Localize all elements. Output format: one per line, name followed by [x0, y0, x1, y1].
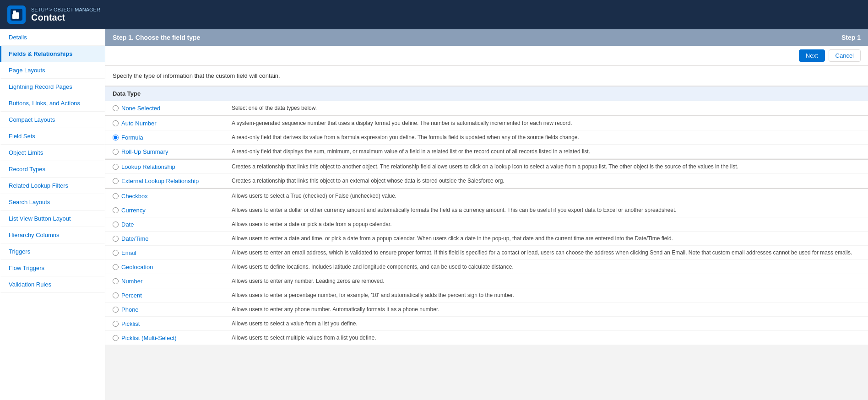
- data-type-left-percent: Percent: [113, 291, 232, 299]
- radio-auto-number[interactable]: [113, 120, 119, 126]
- desc-email: Allows users to enter an email address, …: [232, 249, 861, 257]
- breadcrumb: SETUP > OBJECT MANAGER: [31, 7, 100, 12]
- desc-checkbox: Allows users to select a True (checked) …: [232, 192, 861, 200]
- data-type-row-roll-up-summary: Roll-Up SummaryA read-only field that di…: [105, 145, 868, 159]
- desc-phone: Allows users to enter any phone number. …: [232, 305, 861, 314]
- radio-roll-up-summary[interactable]: [113, 149, 119, 155]
- desc-lookup-relationship: Creates a relationship that links this o…: [232, 162, 861, 171]
- radio-lookup-relationship[interactable]: [113, 164, 119, 170]
- sidebar-item-hierarchy-columns[interactable]: Hierarchy Columns: [0, 227, 105, 243]
- link-picklist-multi-select[interactable]: Picklist (Multi-Select): [121, 335, 177, 341]
- app-header: SETUP > OBJECT MANAGER Contact: [0, 0, 868, 29]
- desc-external-lookup-relationship: Creates a relationship that links this o…: [232, 177, 861, 185]
- radio-external-lookup-relationship[interactable]: [113, 178, 119, 184]
- link-email[interactable]: Email: [121, 249, 136, 256]
- sidebar-item-fields-relationships[interactable]: Fields & Relationships: [0, 46, 105, 62]
- sidebar-item-compact-layouts[interactable]: Compact Layouts: [0, 112, 105, 128]
- radio-picklist-multi-select[interactable]: [113, 335, 119, 341]
- desc-auto-number: A system-generated sequence number that …: [232, 119, 861, 127]
- data-type-left-formula: Formula: [113, 133, 232, 141]
- link-auto-number[interactable]: Auto Number: [121, 120, 157, 127]
- cancel-button[interactable]: Cancel: [829, 49, 861, 62]
- sidebar-item-page-layouts[interactable]: Page Layouts: [0, 62, 105, 79]
- link-currency[interactable]: Currency: [121, 207, 146, 214]
- radio-currency[interactable]: [113, 207, 119, 213]
- data-type-left-checkbox: Checkbox: [113, 192, 232, 200]
- link-external-lookup-relationship[interactable]: External Lookup Relationship: [121, 178, 199, 184]
- radio-date[interactable]: [113, 222, 119, 227]
- main-content: Step 1. Choose the field type Step 1 Nex…: [105, 29, 868, 400]
- data-type-left-date: Date: [113, 220, 232, 228]
- sidebar-item-buttons-links-actions[interactable]: Buttons, Links, and Actions: [0, 95, 105, 112]
- next-button[interactable]: Next: [799, 49, 825, 62]
- sidebar-item-related-lookup-filters[interactable]: Related Lookup Filters: [0, 178, 105, 194]
- data-type-row-number: NumberAllows users to enter any number. …: [105, 274, 868, 288]
- svg-rect-3: [13, 11, 16, 19]
- radio-checkbox[interactable]: [113, 193, 119, 199]
- app-logo: [7, 5, 26, 24]
- radio-email[interactable]: [113, 250, 119, 256]
- sidebar-item-validation-rules[interactable]: Validation Rules: [0, 276, 105, 293]
- link-roll-up-summary[interactable]: Roll-Up Summary: [121, 148, 168, 155]
- data-type-row-picklist: PicklistAllows users to select a value f…: [105, 317, 868, 331]
- desc-geolocation: Allows users to define locations. Includ…: [232, 263, 861, 271]
- data-type-section: Data Type None SelectedSelect one of the…: [105, 86, 868, 345]
- data-type-row-percent: PercentAllows users to enter a percentag…: [105, 288, 868, 303]
- radio-datetime[interactable]: [113, 236, 119, 242]
- data-type-left-currency: Currency: [113, 206, 232, 214]
- desc-formula: A read-only field that derives its value…: [232, 133, 861, 141]
- desc-roll-up-summary: A read-only field that displays the sum,…: [232, 147, 861, 156]
- data-type-left-phone: Phone: [113, 305, 232, 313]
- radio-formula[interactable]: [113, 135, 119, 141]
- link-date[interactable]: Date: [121, 221, 134, 228]
- desc-picklist-multi-select: Allows users to select multiple values f…: [232, 334, 861, 342]
- data-type-row-geolocation: GeolocationAllows users to define locati…: [105, 260, 868, 274]
- link-none-selected[interactable]: None Selected: [121, 105, 160, 112]
- data-type-row-date: DateAllows users to enter a date or pick…: [105, 217, 868, 232]
- radio-number[interactable]: [113, 278, 119, 284]
- radio-percent[interactable]: [113, 292, 119, 298]
- data-type-row-picklist-multi-select: Picklist (Multi-Select)Allows users to s…: [105, 331, 868, 345]
- data-type-row-external-lookup-relationship: External Lookup RelationshipCreates a re…: [105, 174, 868, 188]
- sidebar-item-lightning-record-pages[interactable]: Lightning Record Pages: [0, 79, 105, 95]
- data-type-left-none-selected: None Selected: [113, 104, 232, 112]
- data-type-rows: None SelectedSelect one of the data type…: [105, 101, 868, 345]
- link-formula[interactable]: Formula: [121, 134, 143, 141]
- link-phone[interactable]: Phone: [121, 306, 139, 313]
- data-type-row-checkbox: CheckboxAllows users to select a True (c…: [105, 188, 868, 203]
- radio-phone[interactable]: [113, 307, 119, 313]
- sidebar-item-flow-triggers[interactable]: Flow Triggers: [0, 260, 105, 276]
- data-type-header: Data Type: [105, 86, 868, 101]
- data-type-row-currency: CurrencyAllows users to enter a dollar o…: [105, 203, 868, 217]
- link-checkbox[interactable]: Checkbox: [121, 193, 148, 200]
- desc-date: Allows users to enter a date or pick a d…: [232, 220, 861, 228]
- sidebar: DetailsFields & RelationshipsPage Layout…: [0, 29, 105, 400]
- step-header: Step 1. Choose the field type Step 1: [105, 29, 868, 46]
- data-type-row-auto-number: Auto NumberA system-generated sequence n…: [105, 115, 868, 130]
- breadcrumb-setup: SETUP: [31, 7, 48, 12]
- link-picklist[interactable]: Picklist: [121, 320, 140, 327]
- link-number[interactable]: Number: [121, 278, 142, 285]
- sidebar-item-list-view-button-layout[interactable]: List View Button Layout: [0, 211, 105, 227]
- data-type-row-formula: FormulaA read-only field that derives it…: [105, 130, 868, 145]
- data-type-left-lookup-relationship: Lookup Relationship: [113, 162, 232, 170]
- radio-picklist[interactable]: [113, 321, 119, 327]
- desc-picklist: Allows users to select a value from a li…: [232, 319, 861, 328]
- radio-none-selected[interactable]: [113, 105, 119, 111]
- link-geolocation[interactable]: Geolocation: [121, 264, 153, 270]
- link-datetime[interactable]: Date/Time: [121, 235, 148, 242]
- sidebar-item-object-limits[interactable]: Object Limits: [0, 145, 105, 161]
- step-header-left: Step 1. Choose the field type: [113, 34, 200, 41]
- sidebar-item-field-sets[interactable]: Field Sets: [0, 128, 105, 145]
- sidebar-item-triggers[interactable]: Triggers: [0, 243, 105, 260]
- sidebar-item-details[interactable]: Details: [0, 29, 105, 46]
- breadcrumb-separator: >: [48, 7, 54, 12]
- data-type-left-picklist-multi-select: Picklist (Multi-Select): [113, 334, 232, 341]
- link-lookup-relationship[interactable]: Lookup Relationship: [121, 163, 175, 170]
- data-type-row-datetime: Date/TimeAllows users to enter a date an…: [105, 232, 868, 246]
- sidebar-item-record-types[interactable]: Record Types: [0, 161, 105, 178]
- sidebar-item-search-layouts[interactable]: Search Layouts: [0, 194, 105, 211]
- link-percent[interactable]: Percent: [121, 292, 142, 299]
- data-type-left-email: Email: [113, 249, 232, 256]
- radio-geolocation[interactable]: [113, 264, 119, 270]
